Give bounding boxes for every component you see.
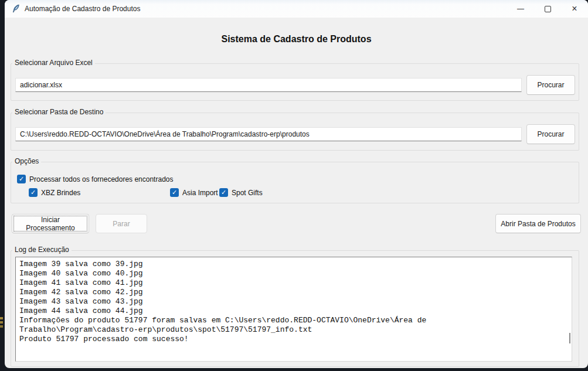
titlebar[interactable]: Automação de Cadastro de Produtos — × <box>5 0 588 18</box>
open-products-folder-button[interactable]: Abrir Pasta de Produtos <box>495 214 581 233</box>
window-title: Automação de Cadastro de Produtos <box>25 0 140 18</box>
checkbox-spot-gifts[interactable]: ✓ Spot Gifts <box>219 188 263 197</box>
ibeam-cursor <box>569 333 570 343</box>
dest-folder-group-label: Selecionar Pasta de Destino <box>12 108 106 117</box>
maximize-button[interactable] <box>534 0 561 18</box>
checkbox-label: XBZ Brindes <box>41 189 80 197</box>
desktop-icon-fragment <box>0 317 3 319</box>
stop-button[interactable]: Parar <box>96 214 147 233</box>
python-feather-icon <box>11 4 21 13</box>
dest-folder-input[interactable] <box>15 127 522 141</box>
app-window: Automação de Cadastro de Produtos — × Si… <box>5 0 588 368</box>
checkbox-label: Spot Gifts <box>232 189 263 197</box>
dest-folder-group: Selecionar Pasta de Destino Procurar <box>11 113 579 151</box>
checkbox-xbz-brindes[interactable]: ✓ XBZ Brindes <box>29 188 80 197</box>
browse-excel-button[interactable]: Procurar <box>526 75 575 95</box>
close-icon: × <box>572 4 577 14</box>
excel-file-group-label: Selecionar Arquivo Excel <box>12 59 95 67</box>
page-title: Sistema de Cadastro de Produtos <box>5 34 588 45</box>
options-group-label: Opções <box>12 157 41 166</box>
browse-dest-button[interactable]: Procurar <box>526 124 575 144</box>
minimize-icon: — <box>517 5 524 13</box>
checkbox-checked-icon: ✓ <box>170 188 179 197</box>
checkbox-checked-icon: ✓ <box>29 188 38 197</box>
checkbox-process-all-suppliers[interactable]: ✓ Processar todos os fornecedores encont… <box>17 175 173 183</box>
checkbox-label: Processar todos os fornecedores encontra… <box>29 175 173 183</box>
options-group: Opções ✓ Processar todos os fornecedores… <box>11 162 579 203</box>
checkbox-asia-import[interactable]: ✓ Asia Import <box>170 188 218 197</box>
checkbox-checked-icon: ✓ <box>219 188 228 197</box>
excel-file-group: Selecionar Arquivo Excel Procurar <box>11 63 579 101</box>
log-output[interactable]: Imagem 39 salva como 39.jpg Imagem 40 sa… <box>15 257 572 362</box>
close-button[interactable]: × <box>561 0 588 18</box>
checkbox-label: Asia Import <box>182 189 218 197</box>
log-text: Imagem 39 salva como 39.jpg Imagem 40 sa… <box>16 257 572 344</box>
maximize-icon <box>545 6 551 12</box>
start-processing-button[interactable]: Iniciar Processamento <box>12 214 89 233</box>
log-group-label: Log de Execução <box>12 246 72 254</box>
minimize-button[interactable]: — <box>507 0 534 18</box>
excel-file-input[interactable] <box>15 78 522 92</box>
log-group: Log de Execução Imagem 39 salva como 39.… <box>11 250 579 367</box>
checkbox-checked-icon: ✓ <box>17 175 26 183</box>
